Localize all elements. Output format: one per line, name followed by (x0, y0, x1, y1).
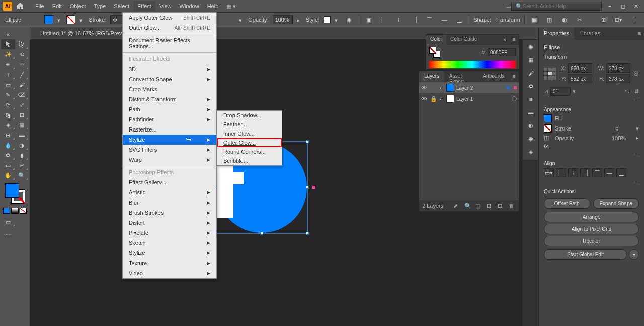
menu-select[interactable]: Select (110, 1, 133, 11)
grid-icon[interactable]: ⊞ (598, 14, 609, 25)
align-artboard-icon[interactable]: ▣ (363, 14, 374, 25)
help-search[interactable]: 🔍 (511, 2, 602, 11)
menu-pathfinder[interactable]: Pathfinder▶ (123, 114, 216, 124)
brush-tool-icon[interactable]: 🖌 (15, 80, 29, 90)
shape-btn-label[interactable]: Shape: (473, 17, 491, 23)
visibility-icon[interactable]: 👁 (421, 85, 428, 91)
target-icon[interactable] (512, 96, 517, 101)
fill-dropdown-icon[interactable]: ▾ (57, 17, 62, 22)
align-left-btn[interactable]: ▏ (556, 168, 566, 177)
submenu-drop-shadow[interactable]: Drop Shadow... (217, 111, 282, 120)
mask-icon[interactable]: ◐ (559, 14, 570, 25)
scale-tool-icon[interactable]: ⤢ (15, 100, 29, 110)
align-to-icon[interactable]: ▭▾ (544, 168, 554, 177)
make-clipping-mask-icon[interactable]: ◫ (475, 203, 482, 209)
dock-swatches-icon[interactable]: ▦ (524, 54, 538, 66)
close-icon[interactable]: ✕ (631, 2, 641, 10)
align-hcenter-btn[interactable]: ⁞ (568, 168, 578, 177)
color-tab[interactable]: Color (426, 35, 446, 45)
menu-distort-transform[interactable]: Distort & Transform▶ (123, 94, 216, 104)
layers-menu-icon[interactable]: ≡ (510, 71, 519, 82)
layer-name[interactable]: Layer 2 (456, 85, 504, 91)
more-options-icon[interactable]: ⋯ (544, 179, 639, 186)
shaper-tool-icon[interactable]: ✎ (1, 90, 15, 100)
style-dropdown-icon[interactable]: ▾ (335, 17, 340, 22)
menu-ps-stylize[interactable]: Stylize▶ (123, 248, 216, 258)
locate-layer-icon[interactable]: ⬈ (453, 203, 460, 209)
workspace-switcher-icon[interactable]: ▦ ▾ (226, 3, 236, 10)
new-layer-icon[interactable]: ⊡ (498, 203, 505, 209)
fill-swatch[interactable] (44, 15, 53, 24)
menu-object[interactable]: Object (66, 1, 90, 11)
menu-svg-filters[interactable]: SVG Filters▶ (123, 145, 216, 155)
menu-type[interactable]: Type (90, 1, 110, 11)
align-right-btn[interactable]: ▕ (580, 168, 590, 177)
appearance-stroke-swatch[interactable] (544, 124, 552, 133)
new-sublayer-icon[interactable]: ⊞ (487, 203, 494, 209)
search-layer-icon[interactable]: 🔍 (464, 203, 471, 209)
gradient-tool-icon[interactable]: ▬ (15, 130, 29, 140)
align-vcenter-icon[interactable]: ― (439, 14, 450, 25)
menu-artistic[interactable]: Artistic▶ (123, 187, 216, 198)
stroke-dropdown-icon[interactable]: ▾ (79, 17, 85, 22)
target-icon[interactable] (506, 85, 511, 90)
submenu-scribble[interactable]: Scribble... (217, 156, 282, 165)
shape-builder-tool-icon[interactable]: ◈ (1, 120, 15, 130)
menu-edit[interactable]: Edit (48, 1, 66, 11)
dock-stroke-icon[interactable]: ≡ (524, 93, 538, 105)
panel-menu-icon[interactable]: ≡ (510, 35, 519, 45)
color-mode-none-icon[interactable] (20, 208, 27, 214)
align-top-btn[interactable]: ▔ (592, 168, 602, 177)
color-mode-solid-icon[interactable] (3, 208, 10, 214)
align-vcenter-btn[interactable]: ― (604, 168, 614, 177)
menu-ps-distort[interactable]: Distort▶ (123, 218, 216, 228)
stroke-swatch[interactable] (66, 15, 75, 24)
opacity-dropdown-icon[interactable]: ▸ (297, 17, 302, 22)
menu-brush-strokes[interactable]: Brush Strokes▶ (123, 208, 216, 218)
submenu-feather[interactable]: Feather... (217, 120, 282, 129)
home-icon[interactable] (16, 2, 25, 11)
dock-color-icon[interactable]: ◉ (524, 41, 538, 53)
isolate-icon[interactable]: ▣ (529, 14, 540, 25)
appearance-fill-swatch[interactable] (544, 114, 552, 122)
eraser-tool-icon[interactable]: ⌫ (15, 90, 29, 100)
rotate-tool-icon[interactable]: ⟳ (1, 100, 15, 110)
menu-3d[interactable]: 3D▶ (123, 64, 216, 74)
menu-stylize[interactable]: Stylize⮩▶ (123, 135, 216, 145)
zoom-tool-icon[interactable]: 🔍 (15, 170, 29, 180)
hand-tool-icon[interactable]: ✋ (1, 170, 15, 180)
align-left-icon[interactable]: ▏ (378, 14, 389, 25)
opacity-input[interactable]: 100% (273, 15, 293, 24)
flip-h-icon[interactable]: ⇋ (625, 88, 629, 95)
more-options-icon[interactable]: ⋯ (544, 151, 639, 158)
rotate-dropdown-icon[interactable]: ▾ (573, 88, 576, 95)
direct-selection-tool-icon[interactable] (15, 39, 29, 49)
magic-wand-tool-icon[interactable]: ✨ (1, 49, 15, 59)
opacity-slider-icon[interactable]: ▸ (636, 135, 639, 141)
dock-brushes-icon[interactable]: 🖌 (524, 67, 538, 79)
graph-tool-icon[interactable]: ▮ (15, 150, 29, 160)
maximize-icon[interactable]: ◻ (618, 2, 628, 10)
fx-label[interactable]: fx. (544, 143, 550, 149)
slice-tool-icon[interactable]: ✂ (15, 160, 29, 170)
pen-tool-icon[interactable]: ✒ (1, 59, 15, 70)
appearance-stroke-weight[interactable]: ≎ (615, 125, 633, 132)
submenu-inner-glow[interactable]: Inner Glow... (217, 129, 282, 138)
artboard-tool-icon[interactable]: ▭ (1, 160, 15, 170)
dock-graphic-styles-icon[interactable]: ◈ (524, 146, 538, 158)
menu-rasterize[interactable]: Rasterize... (123, 124, 216, 135)
menu-path[interactable]: Path▶ (123, 104, 216, 114)
style-swatch[interactable] (324, 16, 331, 23)
align-right-icon[interactable]: ▕ (409, 14, 420, 25)
layers-tab[interactable]: Layers (419, 71, 444, 82)
dock-appearance-icon[interactable]: ◉ (524, 133, 538, 145)
panel-menu-icon[interactable]: ≡ (635, 27, 644, 40)
dock-transparency-icon[interactable]: ◐ (524, 119, 538, 132)
lock-icon[interactable]: 🔒 (430, 96, 437, 102)
selection-tool-icon[interactable] (1, 39, 15, 49)
perspective-tool-icon[interactable]: ▧ (15, 120, 29, 130)
global-edit-dropdown-icon[interactable]: ▾ (629, 249, 639, 260)
transform-h-input[interactable]: 278 px (606, 74, 630, 83)
tab-collapse-icon[interactable]: « (1, 29, 15, 39)
symbol-sprayer-tool-icon[interactable]: ✿ (1, 150, 15, 160)
